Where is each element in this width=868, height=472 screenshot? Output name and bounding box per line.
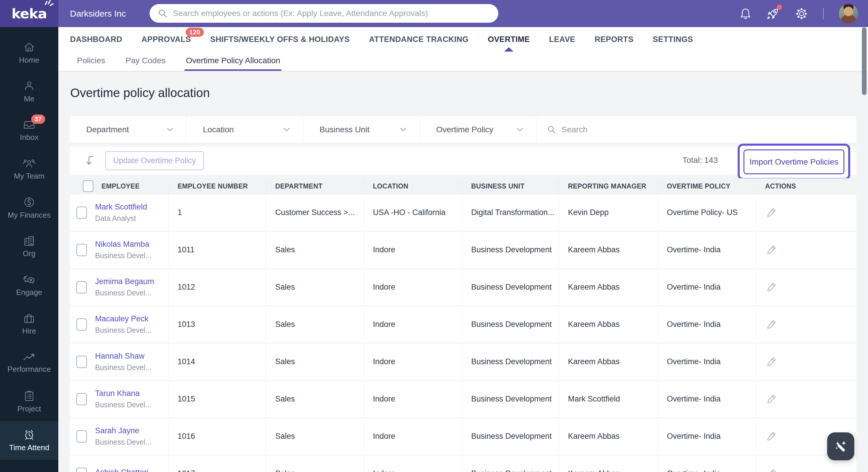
business-unit-filter[interactable]: Business Unit — [303, 116, 420, 143]
employee-link[interactable]: Nikolas Mamba — [95, 240, 151, 249]
sidebar-label: Inbox — [20, 133, 38, 142]
cell-location: Indore — [364, 456, 462, 472]
employee-designation: Business Devel... — [95, 363, 151, 372]
employee-designation: Business Devel... — [95, 289, 154, 297]
edit-icon[interactable] — [765, 244, 777, 256]
cell-department: Customer Success >... — [267, 194, 364, 231]
cell-business-unit: Business Development — [462, 232, 559, 268]
notifications-bell-icon[interactable] — [740, 8, 751, 20]
org-building-icon — [23, 235, 35, 246]
col-actions: ACTIONS — [756, 178, 856, 194]
search-icon — [547, 125, 556, 134]
briefcase-icon — [23, 313, 35, 324]
row-checkbox[interactable] — [76, 356, 87, 368]
row-checkbox[interactable] — [76, 393, 87, 405]
row-checkbox[interactable] — [76, 468, 87, 472]
table-search-input[interactable] — [561, 125, 856, 135]
overtime-policy-filter[interactable]: Overtime Policy — [420, 116, 536, 143]
edit-icon[interactable] — [765, 430, 777, 443]
employee-link[interactable]: Ashish Chatterj... — [95, 468, 155, 472]
sidebar-label: Me — [24, 94, 34, 103]
employee-link[interactable]: Sarah Jayne — [95, 426, 151, 435]
cell-overtime-policy: Overtime Policy- US — [658, 194, 756, 231]
cell-location: Indore — [364, 306, 462, 343]
select-all-checkbox[interactable] — [83, 180, 93, 192]
employee-link[interactable]: Mark Scottfield — [95, 202, 147, 211]
table-search[interactable] — [536, 116, 856, 143]
edit-icon[interactable] — [765, 318, 777, 331]
settings-gear-icon[interactable] — [795, 7, 808, 20]
col-reporting-manager: REPORTING MANAGER — [559, 178, 658, 194]
import-overtime-policies-button[interactable]: Import Overtime Policies — [744, 149, 844, 174]
table-row: Hannah Shaw Business Devel... 1014 Sales… — [70, 343, 856, 381]
cell-overtime-policy: Overtime- India — [658, 232, 756, 268]
chevron-down-icon — [166, 127, 174, 132]
sidebar-item-org[interactable]: Org — [0, 227, 58, 266]
sidebar-label: Hire — [22, 327, 36, 336]
update-overtime-policy-button[interactable]: Update Overtime Policy — [105, 151, 204, 170]
sidebar-item-project[interactable]: Project — [0, 382, 58, 421]
cell-business-unit: Business Development — [462, 418, 559, 454]
tab-reports[interactable]: REPORTS — [594, 27, 633, 52]
subtab-pay-codes[interactable]: Pay Codes — [124, 52, 166, 71]
employee-link[interactable]: Macauley Peck — [95, 314, 151, 324]
employee-link[interactable]: Jemima Begaum — [95, 277, 154, 286]
department-filter[interactable]: Department — [70, 116, 187, 143]
row-checkbox[interactable] — [76, 430, 87, 443]
employee-link[interactable]: Hannah Shaw — [95, 352, 151, 361]
sidebar-label: Time Attend — [9, 443, 49, 452]
sidebar-item-inbox[interactable]: 37 Inbox — [0, 111, 58, 150]
engage-icon — [23, 274, 36, 285]
keka-logo[interactable]: keka — [0, 0, 58, 27]
chevron-down-icon — [400, 127, 407, 132]
sidebar-item-engage[interactable]: Engage — [0, 266, 58, 305]
global-search[interactable] — [150, 4, 498, 23]
approvals-badge: 120 — [186, 28, 204, 37]
keka-wordmark: keka — [12, 5, 47, 22]
location-filter[interactable]: Location — [187, 116, 303, 143]
sidebar-item-my-team[interactable]: My Team — [0, 150, 58, 189]
subtab-overtime-policy-allocation[interactable]: Overtime Policy Allocation — [185, 52, 281, 71]
home-icon — [23, 41, 35, 53]
tab-settings[interactable]: SETTINGS — [653, 27, 693, 52]
sidebar-label: My Team — [14, 172, 44, 181]
edit-icon[interactable] — [765, 207, 777, 219]
tab-attendance-tracking[interactable]: ATTENDANCE TRACKING — [369, 27, 469, 52]
row-checkbox[interactable] — [76, 318, 87, 331]
sidebar-item-me[interactable]: Me — [0, 72, 58, 111]
tab-shifts-weekly-offs-holidays[interactable]: SHIFTS/WEEKLY OFFS & HOLIDAYS — [210, 27, 350, 52]
subtab-policies[interactable]: Policies — [76, 52, 106, 71]
edit-icon[interactable] — [765, 468, 777, 472]
cell-location: USA -HO - California — [364, 194, 462, 231]
row-checkbox[interactable] — [76, 281, 87, 293]
tab-overtime[interactable]: OVERTIME — [488, 27, 530, 52]
cell-department: Sales — [267, 306, 364, 343]
edit-icon[interactable] — [765, 393, 777, 405]
tab-approvals[interactable]: APPROVALS 120 — [142, 27, 191, 52]
row-checkbox[interactable] — [76, 244, 87, 256]
cell-reporting-manager: Mark Scottfield — [559, 381, 658, 417]
sidebar-item-my-finances[interactable]: My Finances — [0, 189, 58, 227]
location-filter-label: Location — [203, 125, 234, 134]
sidebar-item-hire[interactable]: Hire — [0, 305, 58, 343]
search-icon — [158, 8, 168, 19]
sidebar-item-home[interactable]: Home — [0, 34, 58, 72]
col-department: DEPARTMENT — [267, 178, 364, 194]
whats-new-rocket-icon[interactable] — [767, 7, 780, 20]
tab-leave[interactable]: LEAVE — [549, 27, 575, 52]
global-search-input[interactable] — [172, 8, 490, 19]
sidebar-item-time-attend[interactable]: Time Attend — [0, 421, 58, 460]
employee-link[interactable]: Tarun Khana — [95, 389, 151, 398]
tab-dashboard[interactable]: DASHBOARD — [70, 27, 122, 52]
sidebar-item-performance[interactable]: Performance — [0, 343, 58, 382]
sort-descending-icon[interactable] — [85, 154, 97, 167]
assistant-wand-button[interactable] — [827, 432, 854, 460]
edit-icon[interactable] — [765, 281, 777, 293]
table-row: Sarah Jayne Business Devel... 1016 Sales… — [70, 418, 856, 456]
table-row: Tarun Khana Business Devel... 1015 Sales… — [70, 381, 856, 418]
row-checkbox[interactable] — [76, 207, 87, 219]
cell-employee-number: 1017 — [169, 456, 267, 472]
user-avatar[interactable] — [839, 4, 858, 23]
vertical-scrollbar[interactable] — [862, 27, 867, 95]
edit-icon[interactable] — [765, 356, 777, 368]
